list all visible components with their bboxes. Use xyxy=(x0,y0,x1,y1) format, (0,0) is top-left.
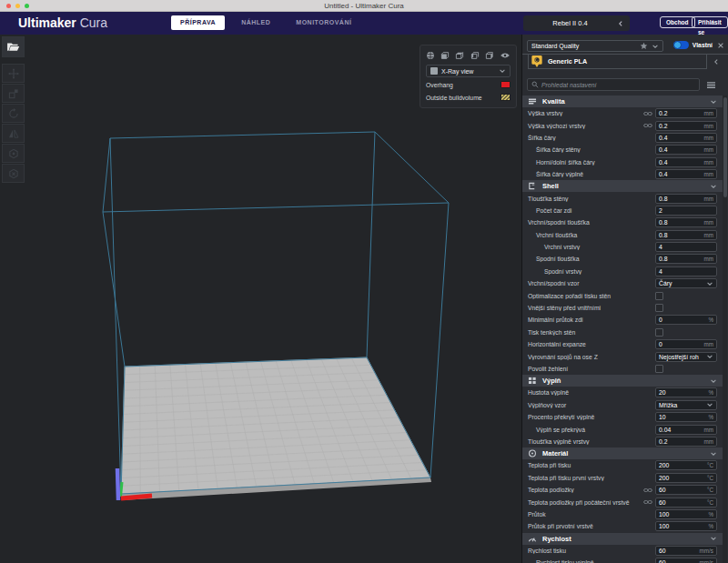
setting-input[interactable]: 200°C xyxy=(655,460,717,470)
view-mode-dropdown[interactable]: X-Ray view xyxy=(426,65,511,77)
setting-unit: mm xyxy=(704,232,714,238)
minimize-window-icon[interactable] xyxy=(15,4,20,8)
setting-input[interactable]: 100% xyxy=(655,509,717,519)
setting-input[interactable]: 0.4mm xyxy=(655,145,717,155)
setting-unit: % xyxy=(708,317,713,323)
setting-row-tlou-ka-v-pln-vrstvy: Tloušťka výplně vrstvy0.2mm xyxy=(522,436,723,447)
view-eye-icon[interactable] xyxy=(500,52,511,59)
tab-monitor[interactable]: MONITOROVÁNÍ xyxy=(287,15,360,30)
setting-input[interactable]: 20% xyxy=(655,387,717,397)
setting-unit: °C xyxy=(707,462,713,468)
view-front-icon[interactable] xyxy=(440,51,450,60)
section-header-materi-l[interactable]: Materiál xyxy=(522,447,723,459)
cura-window: Untitled - Ultimaker Cura Ultimaker Cura… xyxy=(0,0,728,563)
setting-input[interactable]: 60°C xyxy=(655,485,717,495)
setting-row-pr-tok: Průtok100% xyxy=(522,508,723,520)
folder-open-icon xyxy=(6,42,20,52)
setting-input[interactable]: 0.2mm xyxy=(655,437,717,447)
setting-control: Čáry xyxy=(655,278,717,288)
open-file-button[interactable] xyxy=(2,36,25,57)
material-selector[interactable]: Generic PLA xyxy=(528,54,707,69)
settings-scrollbar[interactable] xyxy=(723,96,727,563)
setting-label: Hustota výplně xyxy=(522,389,655,396)
setting-input[interactable]: 0.8mm xyxy=(655,254,717,264)
setting-row-vrchn-vrstvy: Vrchní vrstvy4 xyxy=(522,241,723,253)
settings-visibility-menu-icon[interactable] xyxy=(706,81,716,89)
setting-input[interactable]: 2 xyxy=(655,206,717,216)
setting-row--ka-ry-st-ny: Šířka čáry stěny0.4mm xyxy=(522,144,723,156)
marketplace-button[interactable]: Obchod xyxy=(660,16,695,28)
setting-input[interactable]: 0.4mm xyxy=(655,169,717,179)
setting-dropdown[interactable]: Nejostřejší roh xyxy=(655,352,717,362)
setting-label: Šířka čáry xyxy=(522,135,655,141)
section-header-kvalita[interactable]: Kvalita xyxy=(522,96,723,107)
setting-input[interactable]: 200°C xyxy=(655,473,717,483)
profile-dropdown[interactable]: Standard Quality xyxy=(527,40,663,52)
setting-input[interactable]: 0.8mm xyxy=(655,194,717,204)
setting-input[interactable]: 100% xyxy=(655,521,717,531)
setting-dropdown[interactable]: Mřížka xyxy=(655,400,717,410)
tab-preview[interactable]: NÁHLED xyxy=(232,15,279,30)
setting-unit: mm xyxy=(704,256,714,262)
setting-input[interactable]: 0.04mm xyxy=(655,425,717,435)
tab-prepare[interactable]: PŘÍPRAVA xyxy=(171,15,225,30)
setting-label: Tloušťka stěny xyxy=(522,196,655,202)
setting-checkbox[interactable] xyxy=(655,328,663,337)
link-icon xyxy=(643,111,652,116)
chevron-down-icon xyxy=(710,183,717,190)
axis-z-blue xyxy=(117,468,118,500)
scrollbar-thumb[interactable] xyxy=(723,97,727,197)
view-3d-icon[interactable] xyxy=(426,51,435,60)
sign-in-button[interactable]: Přihlásit se xyxy=(692,16,728,28)
setting-input[interactable]: 0mm xyxy=(655,339,717,349)
close-icon[interactable] xyxy=(717,42,724,49)
chevron-down-icon xyxy=(706,401,713,408)
setting-input[interactable]: 0% xyxy=(655,315,717,325)
close-window-icon[interactable] xyxy=(6,4,11,8)
search-input[interactable] xyxy=(541,82,695,88)
setting-value: 0.4 xyxy=(659,159,704,166)
section-header-v-pl-[interactable]: Výplň xyxy=(522,375,723,387)
printer-selector[interactable]: Rebel II 0.4 xyxy=(523,15,630,31)
view-top-icon[interactable] xyxy=(455,51,464,60)
setting-input[interactable]: 0.8mm xyxy=(655,230,717,240)
setting-dropdown[interactable]: Čáry xyxy=(655,278,717,288)
scale-tool-button xyxy=(2,84,25,103)
setting-input[interactable]: 0.8mm xyxy=(655,217,717,227)
setting-input[interactable]: 4 xyxy=(655,242,717,252)
setting-unit: mm xyxy=(704,219,714,226)
view-left-icon[interactable] xyxy=(470,51,480,60)
setting-checkbox[interactable] xyxy=(655,304,663,312)
zoom-window-icon[interactable] xyxy=(25,4,29,8)
setting-label: Výplň se překrývá xyxy=(522,427,655,433)
rotate-tool-button xyxy=(2,104,25,123)
setting-label: Spodní vrstvy xyxy=(522,268,655,275)
setting-label: Teplota při tisku xyxy=(522,462,655,468)
setting-unit: °C xyxy=(707,487,713,493)
setting-row-spodn-tlou-ka: Spodní tloušťka0.8mm xyxy=(522,253,723,265)
setting-control: 0.4mm xyxy=(655,169,717,179)
setting-input[interactable]: 60°C xyxy=(655,498,717,508)
custom-mode-toggle[interactable] xyxy=(673,41,689,49)
setting-input[interactable]: 60mm/s xyxy=(655,546,717,556)
legend-row: Overhang xyxy=(426,79,511,90)
setting-input[interactable]: 0.4mm xyxy=(655,157,717,167)
setting-checkbox[interactable] xyxy=(655,292,663,300)
viewport-3d[interactable]: X-Ray view OverhangOutside buildvolume xyxy=(0,35,521,563)
setting-row-hustota-v-pln-: Hustota výplně20% xyxy=(522,387,723,398)
chevron-left-icon[interactable] xyxy=(713,58,720,65)
support-blocker-button xyxy=(2,164,25,183)
setting-input[interactable]: 0.4mm xyxy=(655,133,717,143)
setting-input[interactable]: 0.2mm xyxy=(655,121,717,131)
section-header-rychlost[interactable]: Rychlost xyxy=(522,533,723,545)
setting-checkbox[interactable] xyxy=(655,365,663,373)
view-right-icon[interactable] xyxy=(485,51,494,60)
setting-input[interactable]: 0.2mm xyxy=(655,108,717,118)
search-box[interactable] xyxy=(527,78,700,91)
section-header-shell[interactable]: Shell xyxy=(522,180,723,192)
setting-input[interactable]: 60mm/s xyxy=(655,558,717,563)
app-header: Ultimaker Cura PŘÍPRAVA NÁHLED MONITOROV… xyxy=(0,12,728,35)
window-controls[interactable] xyxy=(6,4,29,8)
setting-input[interactable]: 4 xyxy=(655,266,717,276)
setting-input[interactable]: 10% xyxy=(655,412,717,422)
